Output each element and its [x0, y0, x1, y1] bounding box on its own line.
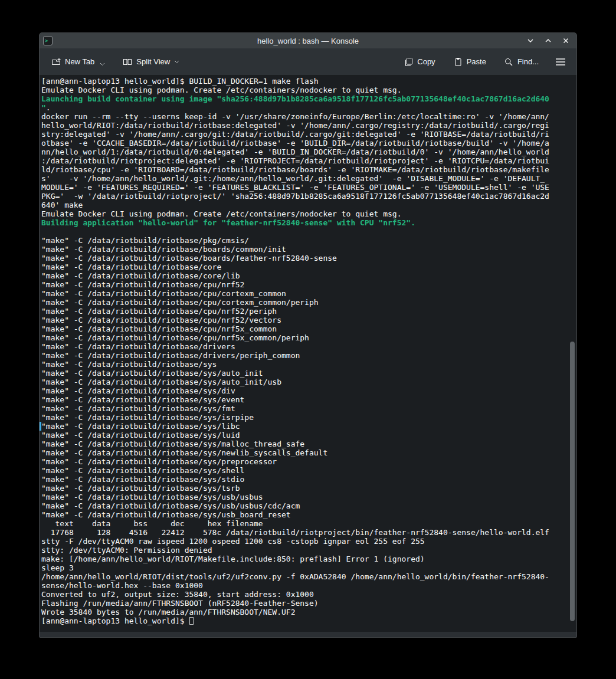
new-tab-label: New Tab [65, 57, 94, 66]
view-split-icon [123, 57, 132, 67]
titlebar[interactable]: > hello_world : bash — Konsole [40, 33, 576, 48]
terminal-line: Flashing /run/media/ann/FTHRSNSBOOT (nRF… [41, 599, 566, 608]
copy-label: Copy [417, 57, 435, 66]
terminal[interactable]: [ann@ann-laptop13 hello_world]$ BUILD_IN… [40, 76, 576, 632]
terminal-line: docker run --rm --tty --userns keep-id -… [41, 112, 566, 121]
terminal-line: s' -v '/home/ann/hello_world/.git:/home/… [41, 174, 566, 183]
terminal-line: "make" -C /data/riotbuild/riotbase/cpu/n… [41, 333, 566, 342]
terminal-line: :/data/riotbuild/riotproject:delegated' … [41, 156, 566, 165]
terminal-line: "make" -C /data/riotbuild/riotbase/cpu/c… [41, 289, 566, 298]
terminal-line: /home/ann/hello_world/RIOT/dist/tools/uf… [41, 572, 566, 581]
tab-new-icon [51, 57, 61, 67]
find-button[interactable]: Find... [499, 53, 543, 71]
terminal-line: PKG=' -w '/data/riotbuild/riotproject/' … [41, 192, 566, 201]
terminal-line: "make" -C /data/riotbuild/riotbase/sys/a… [41, 369, 566, 378]
terminal-line [41, 227, 566, 236]
terminal-line: stty -F /dev/ttyACM0 raw ispeed 1200 osp… [41, 537, 566, 546]
terminal-line: "make" -C /data/riotbuild/riotbase/sys/l… [41, 431, 566, 439]
konsole-app-icon: > [43, 36, 53, 45]
chevron-up-icon [545, 37, 552, 44]
line-marker [40, 422, 41, 431]
terminal-line: Emulate Docker CLI using podman. Create … [41, 209, 566, 218]
terminal-line: "make" -C /data/riotbuild/riotbase/sys/n… [41, 448, 566, 457]
terminal-line: "make" -C /data/riotbuild/riotbase/core/… [41, 271, 566, 280]
terminal-line: "make" -C /data/riotbuild/riotbase/sys/a… [41, 378, 566, 386]
terminal-line: "make" -C /data/riotbuild/riotbase/cpu/n… [41, 316, 566, 324]
terminal-line: stry:delegated' -v '/home/ann/.cargo/git… [41, 130, 566, 139]
terminal-line: nn/hello_world/1:/data/riotbuild/0:deleg… [41, 147, 566, 156]
paste-button[interactable]: Paste [448, 53, 491, 71]
terminal-line: "make" -C /data/riotbuild/riotbase/board… [41, 245, 566, 254]
terminal-line: "make" -C /data/riotbuild/riotbase/sys [41, 360, 566, 369]
terminal-line: make: [/home/ann/hello_world/RIOT/Makefi… [41, 555, 566, 563]
terminal-line: sense/hello-world.hex --base 0x1000 [41, 581, 566, 590]
toolbar: New Tab Split View Copy [40, 48, 576, 76]
chevron-down-icon [174, 60, 179, 64]
scrollbar-thumb[interactable] [570, 342, 575, 621]
terminal-output: [ann@ann-laptop13 hello_world]$ BUILD_IN… [41, 77, 566, 625]
terminal-line: "make" -C /data/riotbuild/riotbase/sys/u… [41, 493, 566, 501]
minimize-button[interactable] [526, 36, 535, 45]
hamburger-menu-icon [555, 58, 566, 66]
terminal-line: text data bss dec hex filename [41, 519, 566, 528]
terminal-line: [ann@ann-laptop13 hello_world]$ BUILD_IN… [41, 77, 566, 86]
terminal-line: "make" -C /data/riotbuild/riotbase/drive… [41, 351, 566, 360]
terminal-line: "make" -C /data/riotbuild/riotbase/sys/u… [41, 501, 566, 510]
window-bottom-frame [40, 632, 576, 637]
terminal-line: "make" -C /data/riotbuild/riotbase/sys/d… [41, 386, 566, 395]
terminal-line: MODULE=' -e 'FEATURES_REQUIRED=' -e 'FEA… [41, 183, 566, 192]
terminal-line: "make" -C /data/riotbuild/riotbase/board… [41, 254, 566, 263]
terminal-line: ld/riotbase/cpu' -e 'RIOTBOARD=/data/rio… [41, 165, 566, 174]
terminal-line: sleep 3 [41, 563, 566, 572]
terminal-line: "make" -C /data/riotbuild/riotbase/sys/f… [41, 404, 566, 413]
terminal-line: Converted to uf2, output size: 35840, st… [41, 590, 566, 599]
scrollbar[interactable] [569, 77, 575, 631]
terminal-line: Building application "hello-world" for "… [41, 218, 566, 227]
terminal-line: Launching build container using image "s… [41, 94, 566, 103]
terminal-line: "make" -C /data/riotbuild/riotbase/drive… [41, 342, 566, 351]
terminal-line: "make" -C /data/riotbuild/riotbase/sys/t… [41, 484, 566, 493]
terminal-line: Wrote 35840 bytes to /run/media/ann/FTHR… [41, 608, 566, 616]
terminal-line: ". [41, 103, 566, 112]
terminal-line: "make" -C /data/riotbuild/riotbase/sys/l… [41, 422, 566, 431]
terminal-line: "make" -C /data/riotbuild/riotbase/sys/i… [41, 413, 566, 422]
split-view-label: Split View [136, 57, 170, 66]
maximize-button[interactable] [543, 36, 553, 45]
copy-button[interactable]: Copy [399, 53, 440, 71]
menu-button[interactable] [552, 54, 569, 70]
terminal-line: "make" -C /data/riotbuild/riotbase/sys/m… [41, 439, 566, 448]
search-icon [504, 57, 513, 67]
terminal-cursor [189, 617, 194, 625]
close-button[interactable] [561, 36, 571, 45]
konsole-window: > hello_world : bash — Konsole New Tab [39, 32, 577, 638]
terminal-line: "make" -C /data/riotbuild/riotbase/sys/p… [41, 457, 566, 466]
terminal-line: "make" -C /data/riotbuild/riotbase/sys/s… [41, 475, 566, 484]
terminal-line: "make" -C /data/riotbuild/riotbase/sys/e… [41, 395, 566, 404]
terminal-line: "make" -C /data/riotbuild/riotbase/cpu/n… [41, 280, 566, 289]
chevron-down-icon [527, 37, 534, 44]
edit-copy-icon [404, 57, 413, 67]
terminal-line: "make" -C /data/riotbuild/riotbase/sys/u… [41, 510, 566, 519]
paste-label: Paste [467, 57, 486, 66]
chevron-down-icon [100, 63, 105, 66]
terminal-line: hello_world/RIOT:/data/riotbuild/riotbas… [41, 121, 566, 130]
window-title: hello_world : bash — Konsole [40, 37, 576, 45]
new-tab-button[interactable]: New Tab [47, 53, 110, 71]
terminal-line: "make" -C /data/riotbuild/riotbase/pkg/c… [41, 236, 566, 245]
terminal-line: "make" -C /data/riotbuild/riotbase/sys/s… [41, 466, 566, 475]
terminal-line: [ann@ann-laptop13 hello_world]$ [41, 616, 566, 625]
find-label: Find... [517, 57, 539, 66]
terminal-line: Emulate Docker CLI using podman. Create … [41, 86, 566, 94]
terminal-line: 640' make [41, 201, 566, 209]
terminal-line: stty: /dev/ttyACM0: Permission denied [41, 546, 566, 555]
terminal-line: "make" -C /data/riotbuild/riotbase/cpu/n… [41, 324, 566, 333]
close-icon [562, 37, 569, 44]
terminal-line: 17768 128 4516 22412 578c /data/riotbuil… [41, 528, 566, 537]
edit-paste-icon [453, 57, 463, 67]
terminal-line: "make" -C /data/riotbuild/riotbase/cpu/n… [41, 307, 566, 316]
split-view-button[interactable]: Split View [118, 53, 184, 71]
terminal-line: "make" -C /data/riotbuild/riotbase/core [41, 263, 566, 271]
terminal-line: "make" -C /data/riotbuild/riotbase/cpu/c… [41, 298, 566, 307]
terminal-line: otbase' -e 'CCACHE_BASEDIR=/data/riotbui… [41, 139, 566, 147]
